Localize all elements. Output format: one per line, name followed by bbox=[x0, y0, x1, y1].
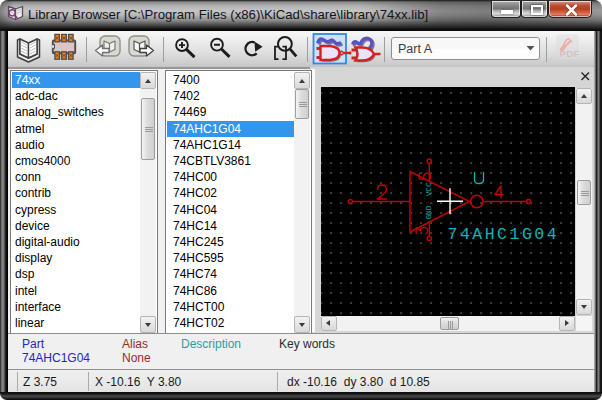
svg-text:PDF: PDF bbox=[560, 48, 580, 59]
svg-text:74AHC1G04: 74AHC1G04 bbox=[448, 225, 560, 244]
svg-text:GND: GND bbox=[425, 205, 433, 219]
svg-text:Part A: Part A bbox=[398, 42, 433, 56]
svg-text:VCC: VCC bbox=[425, 182, 433, 196]
